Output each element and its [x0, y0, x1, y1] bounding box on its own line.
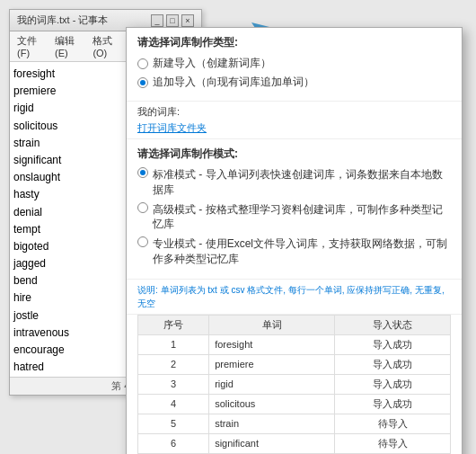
menu-edit[interactable]: 编辑(E): [51, 33, 82, 59]
mode-section-title: 请选择词库制作模式:: [137, 147, 451, 162]
type-option-new[interactable]: 新建导入（创建新词库）: [137, 56, 451, 71]
minimize-button[interactable]: _: [151, 14, 163, 27]
mode-label-pro: 专业模式 - 使用Excel文件导入词库，支持获取网络数据，可制作多种类型记忆库: [153, 236, 451, 267]
mode-label-advanced: 高级模式 - 按格式整理学习资料创建词库，可制作多种类型记忆库: [153, 202, 451, 233]
menu-file[interactable]: 文件(F): [13, 33, 44, 59]
titlebar-buttons: _ □ ×: [151, 14, 194, 27]
mode-radio-pro[interactable]: [137, 236, 148, 247]
tip-text: 说明: 单词列表为 txt 或 csv 格式文件, 每行一个单词, 应保持拼写正…: [127, 280, 462, 315]
col-header-status: 导入状态: [335, 315, 451, 334]
row-id: 3: [138, 374, 209, 394]
table-container: 序号 单词 导入状态 1foresight导入成功2premiere导入成功3r…: [127, 315, 462, 454]
row-status: 导入成功: [335, 374, 451, 394]
row-word: premiere: [209, 354, 335, 374]
type-radio-append[interactable]: [137, 77, 148, 88]
table-row: 3rigid导入成功: [138, 374, 451, 394]
row-status: 导入成功: [335, 394, 451, 414]
row-id: 5: [138, 414, 209, 433]
my-library-label: 我的词库:: [137, 105, 451, 119]
row-status: 导入成功: [335, 354, 451, 374]
table-row: 2premiere导入成功: [138, 354, 451, 374]
type-radio-new[interactable]: [137, 58, 148, 69]
menu-format[interactable]: 格式(O): [89, 33, 120, 59]
row-status: 待导入: [335, 414, 451, 433]
notepad-title: 我的词库.txt - 记事本: [17, 13, 108, 27]
row-status: 导入成功: [335, 334, 451, 354]
col-header-id: 序号: [138, 315, 209, 334]
mode-option-pro[interactable]: 专业模式 - 使用Excel文件导入词库，支持获取网络数据，可制作多种类型记忆库: [137, 236, 451, 267]
open-folder-link[interactable]: 打开词库文件夹: [137, 122, 207, 133]
mode-label-standard: 标准模式 - 导入单词列表快速创建词库，词条数据来自本地数据库: [153, 167, 451, 198]
table-row: 1foresight导入成功: [138, 334, 451, 354]
maximize-button[interactable]: □: [166, 14, 179, 27]
row-id: 2: [138, 354, 209, 374]
row-word: rigid: [209, 374, 335, 394]
import-dialog: 请选择词库制作类型: 新建导入（创建新词库） 追加导入（向现有词库追加单词） 我…: [126, 27, 463, 454]
table-row: 6significant待导入: [138, 433, 451, 453]
mode-radio-standard[interactable]: [137, 167, 148, 178]
row-word: solicitous: [209, 394, 335, 414]
row-status: 待导入: [335, 433, 451, 453]
type-label-append: 追加导入（向现有词库追加单词）: [153, 75, 314, 90]
mode-option-standard[interactable]: 标准模式 - 导入单词列表快速创建词库，词条数据来自本地数据库: [137, 167, 451, 198]
row-word: significant: [209, 433, 335, 453]
table-row: 4solicitous导入成功: [138, 394, 451, 414]
mode-radio-advanced[interactable]: [137, 202, 148, 213]
type-section: 请选择词库制作类型: 新建导入（创建新词库） 追加导入（向现有词库追加单词）: [127, 28, 462, 102]
row-word: foresight: [209, 334, 335, 354]
import-table: 序号 单词 导入状态 1foresight导入成功2premiere导入成功3r…: [137, 315, 451, 454]
row-id: 6: [138, 433, 209, 453]
row-id: 4: [138, 394, 209, 414]
type-option-append[interactable]: 追加导入（向现有词库追加单词）: [137, 75, 451, 90]
row-id: 1: [138, 334, 209, 354]
type-section-title: 请选择词库制作类型:: [137, 35, 451, 50]
my-library-section: 我的词库: 打开词库文件夹: [127, 102, 462, 139]
row-word: strain: [209, 414, 335, 433]
mode-section: 请选择词库制作模式: 标准模式 - 导入单词列表快速创建词库，词条数据来自本地数…: [127, 139, 462, 280]
type-label-new: 新建导入（创建新词库）: [153, 56, 271, 71]
close-button[interactable]: ×: [181, 14, 194, 27]
mode-option-advanced[interactable]: 高级模式 - 按格式整理学习资料创建词库，可制作多种类型记忆库: [137, 202, 451, 233]
col-header-word: 单词: [209, 315, 335, 334]
table-row: 5strain待导入: [138, 414, 451, 433]
